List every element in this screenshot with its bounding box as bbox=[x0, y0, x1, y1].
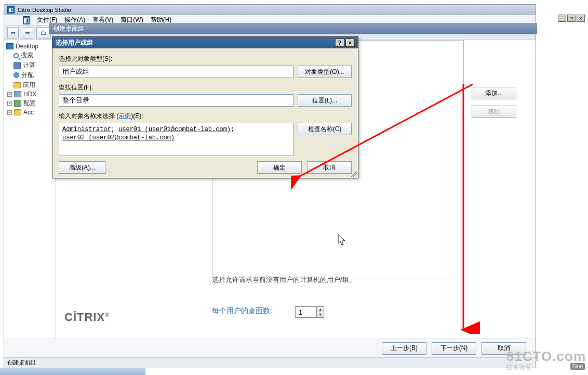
advanced-button[interactable]: 高级(A)... bbox=[59, 161, 105, 174]
citrix-logo: CİTRIX® bbox=[64, 311, 110, 324]
spinner-down-icon[interactable]: ▼ bbox=[316, 312, 324, 317]
user-icon bbox=[14, 72, 19, 78]
spinner-up-icon[interactable]: ▲ bbox=[316, 307, 324, 312]
locations-button[interactable]: 位置(L)... bbox=[298, 94, 352, 107]
computer-icon bbox=[14, 62, 21, 69]
tree-item[interactable]: +HDX bbox=[5, 90, 55, 98]
check-names-button[interactable]: 检查名称(C) bbox=[298, 123, 352, 135]
nav-tree[interactable]: Desktop 搜索 计算 分配 应用 +HDX +配置 +Acc bbox=[4, 40, 56, 368]
tree-root-label: Desktop bbox=[16, 43, 38, 50]
add-button[interactable]: 添加... bbox=[472, 87, 516, 99]
dialog-cancel-button[interactable]: 取消 bbox=[307, 161, 352, 174]
object-names-input[interactable]: Administrator; user01 (user01@combat-lab… bbox=[59, 123, 293, 156]
app-icon: ◧ bbox=[7, 6, 15, 14]
resize-grip-icon[interactable] bbox=[350, 170, 357, 177]
tree-item[interactable]: 计算 bbox=[5, 60, 55, 70]
examples-link[interactable]: 示例 bbox=[118, 112, 131, 120]
tree-item[interactable]: 搜索 bbox=[5, 50, 55, 60]
watermark: 51CTO.com 技术博客 Blog bbox=[506, 349, 586, 371]
ok-button[interactable]: 确定 bbox=[257, 161, 302, 174]
select-user-dialog: 选择用户或组 ? × 选择此对象类型(S): 对象类型(O)... 查找位置(F… bbox=[52, 36, 358, 178]
tree-label: 搜索 bbox=[21, 51, 33, 60]
location-field[interactable] bbox=[59, 94, 293, 107]
nav-back-button[interactable]: ⬅ bbox=[7, 27, 19, 38]
object-type-field[interactable] bbox=[59, 66, 293, 78]
taskbar bbox=[0, 368, 145, 375]
location-label: 查找位置(F): bbox=[59, 83, 352, 92]
folder-icon bbox=[14, 82, 21, 88]
app-title-text: Citrix Desktop Studio bbox=[18, 7, 71, 13]
app-titlebar: ◧ Citrix Desktop Studio bbox=[4, 5, 536, 15]
folder-icon bbox=[14, 109, 21, 115]
object-types-button[interactable]: 对象类型(O)... bbox=[298, 66, 352, 78]
dialog-help-button[interactable]: ? bbox=[335, 38, 344, 47]
parent-dialog-title-text: 创建桌面组 bbox=[53, 24, 84, 33]
tree-item[interactable]: +配置 bbox=[5, 98, 55, 108]
tree-label: Acc bbox=[23, 109, 34, 116]
expander-icon[interactable]: + bbox=[7, 110, 12, 115]
maximize-button[interactable]: □ bbox=[567, 15, 576, 22]
minimize-button[interactable]: _ bbox=[558, 15, 566, 22]
instruction-text: 选择允许请求当前没有用户的计算机的用户/组。 bbox=[212, 275, 356, 285]
tree-label: 分配 bbox=[21, 71, 34, 80]
expander-icon[interactable]: + bbox=[7, 101, 12, 106]
desktop-icon bbox=[6, 43, 14, 49]
desktops-spinner[interactable]: ▲ ▼ bbox=[295, 306, 324, 318]
tree-label: 应用 bbox=[23, 81, 35, 89]
expander-icon[interactable]: + bbox=[7, 92, 12, 97]
next-button[interactable]: 下一步(N) bbox=[432, 342, 476, 355]
close-button[interactable]: × bbox=[577, 15, 585, 22]
tree-label: HDX bbox=[23, 90, 36, 98]
tree-item[interactable]: 应用 bbox=[5, 80, 55, 90]
desktops-input[interactable] bbox=[296, 307, 316, 317]
tree-item[interactable]: +Acc bbox=[5, 108, 55, 117]
status-bar: 创建桌面组 bbox=[4, 357, 536, 368]
config-icon bbox=[14, 100, 21, 107]
tree-label: 配置 bbox=[23, 99, 36, 108]
dialog-close-button[interactable]: × bbox=[345, 38, 355, 47]
search-icon bbox=[14, 53, 19, 58]
mouse-cursor-icon bbox=[338, 234, 347, 249]
nav-forward-button[interactable]: ➡ bbox=[22, 27, 33, 38]
tree-item[interactable]: 分配 bbox=[5, 70, 55, 80]
wizard-button-bar: 上一步(B) 下一步(N) 取消 bbox=[4, 339, 536, 357]
back-button[interactable]: 上一步(B) bbox=[382, 342, 426, 355]
tree-root[interactable]: Desktop bbox=[5, 42, 55, 50]
hdx-icon bbox=[14, 91, 21, 97]
dialog-titlebar[interactable]: 选择用户或组 ? × bbox=[52, 37, 358, 48]
dialog-title-text: 选择用户或组 bbox=[56, 38, 93, 47]
tree-label: 计算 bbox=[23, 61, 35, 70]
window-controls: _ □ × bbox=[558, 15, 585, 22]
remove-button: 移除 bbox=[472, 106, 516, 118]
desktops-per-user-label: 每个用户的桌面数: bbox=[212, 306, 272, 316]
parent-dialog-titlebar[interactable]: 创建桌面组 bbox=[49, 23, 537, 34]
names-label: 输入对象名称来选择 (示例)(E): bbox=[59, 112, 352, 121]
object-type-label: 选择此对象类型(S): bbox=[59, 55, 352, 63]
menu-icon: ◧ bbox=[23, 16, 30, 24]
